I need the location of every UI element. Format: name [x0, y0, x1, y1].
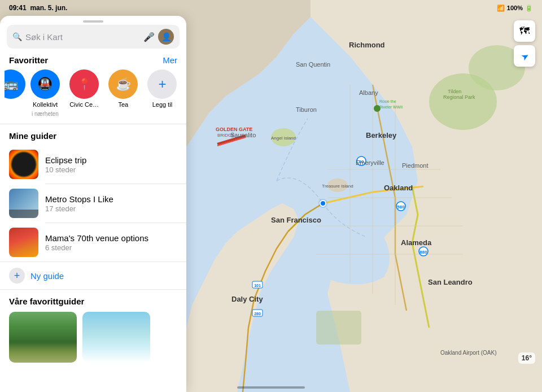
guide-item-eclipse[interactable]: Eclipse trip 10 steder	[0, 145, 186, 184]
featured-title: Våre favorittguider	[9, 297, 177, 306]
temperature-badge: 16°	[518, 352, 535, 364]
favorites-more-button[interactable]: Mer	[163, 55, 177, 65]
svg-text:580: 580	[397, 204, 405, 210]
featured-card-mountain[interactable]	[9, 312, 77, 363]
avatar-image: 👤	[161, 32, 171, 41]
svg-text:BRIDGE: BRIDGE	[217, 133, 235, 138]
svg-text:Oakland Airport (OAK): Oakland Airport (OAK)	[440, 350, 496, 356]
eclipse-thumbnail	[9, 150, 38, 179]
civic-label: Civic Ce…	[69, 101, 99, 108]
location-button[interactable]: ➤	[514, 45, 535, 67]
new-guide-icon: +	[9, 268, 25, 284]
favorites-row: 🚌 🚇 Kollektivt i nærheten 📍 Civic Ce… ☕ …	[0, 69, 186, 124]
svg-text:Riveter WWII: Riveter WWII	[379, 105, 403, 109]
metro-name: Metro Stops I Like	[45, 194, 177, 204]
add-icon-bg: +	[147, 69, 177, 99]
home-indicator	[237, 386, 305, 389]
svg-text:280: 280	[254, 312, 261, 316]
mama-thumbnail	[9, 228, 38, 257]
featured-card-sky[interactable]	[82, 312, 150, 363]
mama-info: Mama's 70th venue options 6 steder	[45, 233, 177, 252]
eclipse-count: 10 steder	[45, 165, 177, 174]
svg-text:GOLDEN GATE: GOLDEN GATE	[216, 127, 252, 132]
eclipse-info: Eclipse trip 10 steder	[45, 155, 177, 174]
guide-item-mama[interactable]: Mama's 70th venue options 6 steder	[0, 223, 186, 262]
favorite-item-add[interactable]: + Legg til	[143, 69, 182, 117]
civic-icon-bg: 📍	[69, 69, 99, 99]
eclipse-name: Eclipse trip	[45, 155, 177, 165]
map-type-icon: 🗺	[519, 25, 530, 37]
wifi-icon: 📶	[497, 5, 505, 12]
favorites-title: Favoritter	[9, 55, 48, 65]
search-panel: 🔍 Søk i Kart 🎤 👤 Favoritter Mer 🚌 🚇 Koll…	[0, 16, 186, 392]
metro-thumbnail	[9, 189, 38, 218]
svg-text:80: 80	[359, 159, 364, 164]
transit-sublabel: i nærheten	[32, 111, 59, 117]
svg-text:880: 880	[419, 250, 427, 255]
new-guide-button[interactable]: + Ny guide	[0, 262, 186, 289]
new-guide-label: Ny guide	[30, 271, 64, 281]
guide-item-metro[interactable]: Metro Stops I Like 17 steder	[0, 184, 186, 223]
search-bar[interactable]: 🔍 Søk i Kart 🎤 👤	[7, 25, 180, 49]
battery-icon: 🔋	[525, 5, 533, 12]
avatar[interactable]: 👤	[158, 29, 174, 45]
tea-icon-bg: ☕	[108, 69, 138, 99]
favorite-item-civic[interactable]: 📍 Civic Ce…	[65, 69, 104, 117]
status-bar: 09:41 man. 5. jun. 📶 100% 🔋	[0, 0, 542, 16]
svg-rect-7	[316, 311, 361, 345]
add-icon: +	[158, 76, 166, 92]
partial-icon: 🚌	[5, 77, 18, 92]
guides-section: Mine guider Eclipse trip 10 steder Metro…	[0, 124, 186, 290]
search-icon: 🔍	[12, 32, 22, 41]
svg-text:Angel Island: Angel Island	[271, 136, 296, 141]
svg-text:Rosie the: Rosie the	[379, 99, 396, 103]
metro-count: 17 steder	[45, 204, 177, 213]
favorite-item-transit[interactable]: 🚇 Kollektivt i nærheten	[25, 69, 64, 117]
transit-label: Kollektivt	[33, 101, 58, 108]
guides-title: Mine guider	[0, 131, 186, 145]
featured-section: Våre favorittguider	[0, 290, 186, 363]
panel-handle[interactable]	[83, 20, 103, 23]
tea-label: Tea	[118, 101, 128, 108]
svg-text:Tilden: Tilden	[448, 89, 461, 94]
featured-row	[9, 312, 177, 363]
favorites-header: Favoritter Mer	[0, 53, 186, 69]
svg-point-32	[320, 201, 326, 206]
battery-label: 100%	[507, 5, 523, 11]
svg-text:Regional Park: Regional Park	[443, 94, 475, 100]
map-type-button[interactable]: 🗺	[514, 20, 535, 42]
search-input[interactable]: Søk i Kart	[25, 32, 140, 42]
transit-icon: 🚇	[37, 77, 53, 92]
add-label: Legg til	[152, 101, 172, 108]
metro-info: Metro Stops I Like 17 steder	[45, 194, 177, 213]
favorite-item-partial[interactable]: 🚌	[5, 69, 25, 117]
microphone-icon[interactable]: 🎤	[143, 32, 155, 42]
svg-text:101: 101	[254, 284, 261, 288]
status-right: 📶 100% 🔋	[497, 5, 533, 12]
svg-text:Treasure Island: Treasure Island	[322, 184, 353, 189]
mama-count: 6 steder	[45, 243, 177, 252]
status-time: 09:41 man. 5. jun.	[9, 4, 67, 12]
tea-icon: ☕	[116, 77, 131, 92]
transit-icon-bg: 🚇	[30, 69, 60, 99]
location-arrow-icon: ➤	[519, 50, 531, 63]
mama-name: Mama's 70th venue options	[45, 233, 177, 243]
map-controls: 🗺 ➤	[514, 20, 535, 67]
favorite-item-tea[interactable]: ☕ Tea	[104, 69, 143, 117]
civic-icon: 📍	[77, 77, 91, 91]
